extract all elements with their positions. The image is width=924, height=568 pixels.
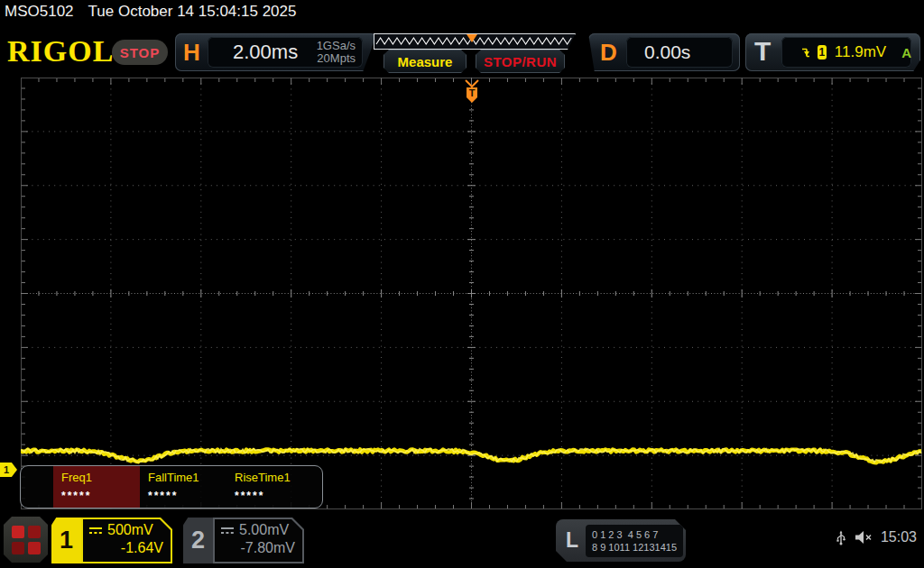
memory-depth: 20Mpts [317, 51, 356, 65]
measurement-value: ***** [148, 490, 226, 502]
channel2-scale: 5.00mV [239, 522, 289, 538]
delay-panel[interactable]: D 0.00s [588, 33, 740, 71]
measurement-falltime1[interactable]: FallTime1 ***** [140, 466, 226, 508]
channel1-status[interactable]: 1 500mV -1.64V [51, 518, 172, 563]
trigger-sweep-mode: A [901, 45, 911, 60]
graticule [21, 78, 922, 509]
status-tray: 15:03 [836, 529, 917, 545]
run-state-badge: STOP [112, 40, 168, 65]
falling-edge-icon [801, 47, 809, 59]
sample-rate-memdepth: 1GSa/s20Mpts [317, 40, 356, 65]
channel2-values-box[interactable]: 5.00mV -7.80mV [213, 518, 304, 563]
channel1-values-box[interactable]: 500mV -1.64V [81, 518, 172, 563]
stop-run-button[interactable]: STOP/RUN [476, 50, 565, 73]
measurement-freq1[interactable]: Freq1 ***** [53, 466, 140, 508]
usb-icon [836, 530, 846, 545]
sample-rate: 1GSa/s [317, 39, 356, 52]
measurement-label: Freq1 [61, 471, 140, 484]
top-info-bar: MSO5102Tue October 14 15:04:15 2025 [5, 3, 296, 21]
digital-channel-list: 0 1 2 3 4 5 6 78 9 1011 12131415 [586, 525, 683, 557]
measurement-risetime1[interactable]: RiseTime1 ***** [226, 466, 313, 508]
measurement-value: ***** [61, 490, 140, 502]
model-name: MSO5102 [5, 3, 74, 21]
sound-muted-icon [855, 530, 873, 545]
trigger-source-badge: 1 [818, 45, 827, 60]
measure-button[interactable]: Measure [383, 50, 467, 73]
logic-analyzer-status[interactable]: L 0 1 2 3 4 5 6 78 9 1011 12131415 [556, 519, 686, 562]
channel2-status[interactable]: 2 5.00mV -7.80mV [183, 518, 304, 563]
channel1-offset: -1.64V [88, 540, 165, 556]
timebase-value: 2.00ms [233, 41, 317, 64]
datetime: Tue October 14 15:04:15 2025 [88, 3, 297, 21]
channel2-offset: -7.80mV [220, 540, 297, 556]
channel2-number-tab[interactable]: 2 [183, 518, 213, 563]
horizontal-timebase-panel[interactable]: H 2.00ms 1GSa/s20Mpts [175, 33, 377, 71]
channel1-scale: 500mV [107, 522, 153, 538]
measurement-value: ***** [235, 490, 313, 502]
red-square-icon [12, 526, 24, 538]
delay-value: 0.00s [644, 41, 690, 63]
trigger-level-value: 11.9mV [835, 43, 886, 61]
measurement-panel: Freq1 ***** FallTime1 ***** RiseTime1 **… [20, 465, 323, 508]
logic-analyzer-label: L [559, 528, 586, 553]
memory-trigger-position-icon [467, 34, 477, 42]
grid-and-waveform [21, 78, 922, 509]
digital-channels-0-7: 0 1 2 3 4 5 6 7 [592, 529, 658, 540]
trigger-position-marker[interactable]: T [463, 78, 481, 104]
channel1-number-tab[interactable]: 1 [51, 518, 81, 563]
clock: 15:03 [881, 529, 917, 545]
oscilloscope-screen: MSO5102Tue October 14 15:04:15 2025 RIGO… [0, 0, 924, 568]
digital-channels-8-15: 8 9 1011 12131415 [592, 542, 677, 553]
t-label: T [754, 36, 771, 67]
measurement-label: RiseTime1 [235, 471, 313, 484]
svg-text:T: T [469, 87, 476, 98]
red-square-icon [28, 526, 41, 538]
h-label: H [183, 39, 200, 67]
dc-coupling-icon [220, 526, 235, 536]
red-square-icon [12, 542, 24, 554]
channel1-position-marker[interactable]: 1 [0, 463, 17, 477]
rigol-logo: RIGOL [7, 34, 114, 69]
trigger-panel[interactable]: T 1 11.9mV A [745, 33, 920, 71]
d-label: D [600, 39, 617, 67]
dc-coupling-icon [88, 526, 103, 536]
windows-menu-button[interactable] [4, 517, 48, 563]
measurement-label: FallTime1 [148, 471, 226, 484]
red-square-icon [28, 542, 41, 554]
